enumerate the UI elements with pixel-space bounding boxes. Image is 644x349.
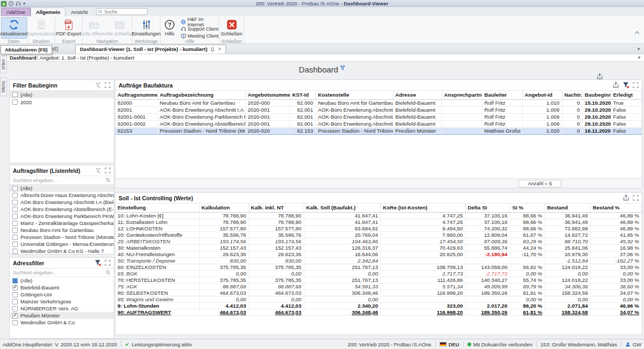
column-header[interactable]: Ansprechpartner [442,91,482,99]
expand-icon[interactable] [105,82,111,88]
aktualisieren-button[interactable]: Aktualisieren [1,17,27,39]
column-header[interactable]: Kalkulation [199,203,248,212]
checkbox[interactable] [12,306,18,311]
language-selector[interactable]: DEU [440,341,459,347]
filter-icon[interactable] [340,66,345,70]
checkbox[interactable] [12,221,18,226]
list-item[interactable]: (Alle) [10,185,114,192]
table-row[interactable]: 25: ARBEITSKOSTEN193.174,56193.174,56104… [115,238,642,244]
help-icon[interactable]: ? [9,1,13,6]
table-row[interactable]: 82001-0001AOK-Büro Erweiterung Parkberei… [115,113,642,120]
list-item[interactable]: Preußen Münster [10,312,114,319]
checkbox[interactable] [12,186,18,191]
expand-icon[interactable] [105,260,111,266]
table-row[interactable]: 82153Preussen Stadion - Nord Tribüne (Mü… [115,127,642,134]
list-item[interactable]: Göttingen-Uni [10,291,114,298]
column-header[interactable]: KoRe (Ist-Kosten) [380,203,465,212]
collapse-ribbon-icon[interactable] [634,31,640,34]
table-row[interactable]: 10: Lohn-Kosten [€]78.788,9078.788,9041.… [115,212,642,219]
search-input[interactable] [104,9,142,14]
table-row[interactable]: 11: Soziallasten Lohn78.788,9078.788,904… [115,219,642,225]
schliessen-button[interactable]: Schließen [219,17,244,39]
checkbox[interactable] [12,92,18,97]
table-row[interactable]: 75: AGK88.887,6888.887,6854.581,335.571,… [115,283,642,289]
list-item[interactable]: Neubau Büro Amt für Gartenbau [10,227,114,234]
column-header[interactable]: Kostenstelle [316,91,393,99]
checkbox[interactable] [12,242,18,247]
table-row[interactable]: 60: EINZELKOSTEN375.785,35375.785,35251.… [115,264,642,270]
checkbox[interactable] [12,299,18,304]
checkbox[interactable] [12,193,18,198]
list-item[interactable]: Mainz - Zentralkläranlage Gasspeicherkap… [10,220,114,227]
sidetab-favoriten[interactable]: orten [0,55,7,73]
filter-clear-icon[interactable] [95,82,101,89]
table-row[interactable]: 40: NU-Fremdleistungen29.623,3629.623,36… [115,251,642,257]
column-header[interactable]: Delta SI [465,203,510,212]
list-item[interactable]: AOK-Büro Erweiterung Abstellbereich (E-B… [10,206,114,213]
tab-ansicht[interactable]: Ansicht [65,8,93,16]
checkbox[interactable] [12,214,18,219]
table-row[interactable]: 65: BGK0,000,000,002.717,73-2.717,730,00… [115,270,642,277]
expand-icon[interactable] [633,195,639,201]
sidetab-menue[interactable]: Menü [0,77,7,96]
column-header[interactable]: Nachtr... [562,91,582,99]
table-row[interactable]: 82001-0002AOK-Büro Erweiterung Abstellbe… [115,120,642,127]
table-row[interactable]: 85: Wagnis und Gewinn0,000,000,000,00 %0… [115,296,642,302]
hilfe-button[interactable]: ? Hilfe [160,17,179,39]
user-info[interactable]: 153: Große Wiedemann, Matthias [540,341,617,347]
column-header[interactable]: Adresse [393,91,442,99]
checkbox[interactable] [12,313,18,318]
list-item[interactable]: Universität Göttingen - Mensa-Erweiterun… [10,241,114,248]
column-header[interactable]: Einstellung [115,203,199,212]
checkbox[interactable] [12,207,18,212]
column-header[interactable]: Auftragsnummer [115,91,157,99]
expand-icon[interactable] [105,168,111,173]
chevron-down-icon[interactable]: ▼ [637,54,641,61]
list-item[interactable]: (Alle) [10,277,114,284]
meeting-client-link[interactable]: Meeting Client [181,33,219,39]
checkbox[interactable] [12,200,18,205]
column-header[interactable]: Baubeginn [582,91,611,99]
list-item[interactable]: Bielefeld-Bauamt [10,284,114,291]
checkbox[interactable] [12,292,18,297]
list-item[interactable]: Weidmüller GmbH & Co [10,319,114,326]
table-row[interactable]: 50: Transporte / Deponie830,00830,002.34… [115,257,642,264]
tab-dashboard-viewer[interactable]: Dashboard-Viewer (1. Soll - Ist (Projekt… [75,45,226,54]
column-header[interactable]: KST-Id [290,91,316,99]
table-row[interactable]: 70: HERSTELLKOSTEN375.785,35375.785,3525… [115,277,642,283]
search-input[interactable] [13,178,106,183]
user-badge[interactable]: GW [625,341,641,347]
column-header[interactable]: Bestand [545,203,590,212]
checkbox[interactable] [12,285,18,290]
table-row[interactable]: 12: LOHNKOSTEN157.577,80157.577,8083.694… [115,225,642,231]
checkbox[interactable] [12,228,18,233]
search-input[interactable] [13,270,106,275]
column-header[interactable]: Bestand % [590,203,642,212]
auftragsfilter-search[interactable] [10,176,114,185]
list-item[interactable]: Preussen Stadion - Nord Tribüne (Münster… [10,234,114,241]
tab-allgemein[interactable]: Allgemein [31,8,65,16]
table-row[interactable]: 90: AUFTRAGSWERT464.673,03464.673,03306.… [115,309,642,315]
table-row[interactable]: 9: Lohn-Stunden4.412,034.412,032.340,203… [115,302,642,309]
tab-addone[interactable]: AddOne [1,8,31,16]
column-header[interactable]: Erledigt [611,91,642,99]
table-row[interactable]: 30: Materialkosten152.157,43152.157,4312… [115,244,642,251]
export-icon[interactable] [623,194,630,201]
list-item[interactable]: AOK-Büro Erweiterung Abschnitt I.A (Biel… [10,199,114,206]
list-item[interactable]: 2020 [10,98,114,106]
list-item[interactable]: Mainzer Verkehrsgese [10,298,114,305]
filter-active-icon[interactable] [94,259,101,266]
qat-dropdown-icon[interactable]: ▾ [23,1,25,6]
column-header[interactable]: Bauleiter [482,91,522,99]
table-row[interactable]: 82001AOK-Büro Erweiterung Abschnitt I.A … [115,106,642,113]
list-item[interactable]: Albrecht-Dürer-Haus Erweiterung Abschnit… [10,192,114,199]
checkbox[interactable] [12,99,18,105]
mandant-info[interactable]: 200: Vertrieb 2020 - ProBau /S AOne [348,341,431,347]
einstellungen-button[interactable]: Einstellungen [134,17,159,39]
checkbox[interactable] [12,278,18,283]
dashboard-selector-bar[interactable]: Dashboard:Angebot: 1. Soll - Ist (Projek… [0,54,644,62]
column-header[interactable]: Kalk. inkl. NT [248,203,304,212]
table-row[interactable]: 20: Gerätekosten/Hilfsstoffe35.596,7635.… [115,231,642,238]
expand-icon[interactable] [633,82,639,88]
checkbox[interactable] [12,235,18,240]
